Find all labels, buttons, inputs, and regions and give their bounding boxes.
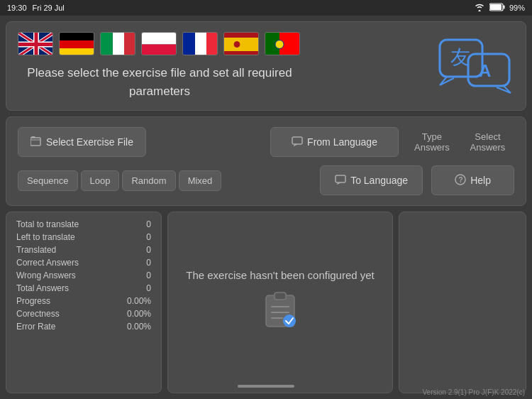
version-text: Version 2.9(1) Pro J(F)K 2022(c) [423,388,526,396]
stats-panel: Total to translate 0 Left to translate 0… [6,212,162,393]
stat-value: 0 [146,245,151,255]
middle-row1: Select Exercise File From Language Type … [18,127,514,157]
flag-it [100,32,135,55]
sequence-button[interactable]: Sequence [18,170,78,191]
welcome-text: Please select the exercise file and set … [18,64,301,100]
svg-rect-27 [336,175,345,182]
select-file-button[interactable]: Select Exercise File [18,127,146,157]
exercise-panel: The exercise hasn't been configured yet [167,212,393,393]
svg-rect-25 [31,138,40,146]
status-time: 19:30 [7,4,27,12]
mixed-button[interactable]: Mixed [179,170,222,191]
file-icon [31,136,42,148]
flags-and-text: Please select the exercise file and set … [18,32,301,100]
battery-percent: 99% [509,4,525,12]
answer-type-group: Type Answers Select Answers [407,129,514,155]
translate-icon: 友 A [436,34,514,98]
lang-icon [292,136,303,148]
stat-label: Corectness [16,309,60,319]
svg-rect-10 [142,33,177,45]
stat-label: Correct Answers [16,258,79,268]
svg-rect-9 [124,33,135,55]
flag-es [223,32,259,55]
flag-fr [182,32,218,55]
stat-row: Progress 0.00% [16,296,151,306]
stat-row: Total to translate 0 [16,219,151,229]
svg-rect-11 [142,45,177,56]
svg-rect-5 [60,40,94,48]
bottom-panel: Total to translate 0 Left to translate 0… [6,212,526,393]
wifi-icon [474,3,485,13]
stat-value: 0 [146,283,151,293]
svg-rect-13 [195,33,206,55]
svg-point-35 [283,315,296,327]
svg-rect-4 [60,33,94,40]
exercise-message: The exercise hasn't been configured yet [186,269,375,281]
stat-label: Translated [16,245,56,255]
stat-label: Error Rate [16,322,55,332]
scroll-indicator [238,385,294,388]
to-language-button[interactable]: To Language [320,165,423,195]
middle-panel: Select Exercise File From Language Type … [6,116,526,206]
svg-rect-2 [503,6,504,9]
flags-row [18,32,301,55]
svg-rect-26 [292,137,302,144]
stat-label: Wrong Answers [16,270,76,280]
svg-rect-7 [101,33,113,55]
stat-value: 0 [146,270,151,280]
stat-row: Left to translate 0 [16,232,151,242]
flag-pt [265,32,300,55]
flag-uk [18,32,53,55]
svg-rect-16 [224,38,259,51]
stat-value: 0.00% [127,296,151,306]
stat-label: Left to translate [16,232,75,242]
stat-row: Error Rate 0.00% [16,322,151,332]
svg-rect-12 [183,33,195,55]
extra-panel [399,212,526,393]
flag-de [59,32,94,55]
status-bar: 19:30 Fri 29 Jul 99% [0,0,532,16]
help-button[interactable]: ? Help [431,165,514,195]
svg-point-17 [234,42,240,48]
from-language-button[interactable]: From Language [270,127,399,157]
battery-icon [489,3,505,13]
svg-rect-6 [60,48,94,55]
svg-point-20 [275,40,284,49]
select-answers-button[interactable]: Select Answers [461,129,514,155]
help-icon: ? [455,174,466,187]
stat-value: 0 [146,219,151,229]
random-button[interactable]: Random [122,170,175,191]
middle-row2: Sequence Loop Random Mixed To Language [18,165,514,195]
stat-row: Translated 0 [16,245,151,255]
stat-value: 0 [146,258,151,268]
svg-text:A: A [479,61,491,80]
stat-value: 0.00% [127,322,151,332]
loop-button[interactable]: Loop [81,170,120,191]
svg-rect-31 [275,293,286,300]
svg-rect-8 [113,33,124,55]
stat-label: Total to translate [16,219,79,229]
stat-label: Total Answers [16,283,69,293]
status-date: Fri 29 Jul [33,4,65,12]
stat-row: Wrong Answers 0 [16,270,151,280]
svg-rect-1 [490,4,501,10]
stat-label: Progress [16,296,50,306]
stat-row: Total Answers 0 [16,283,151,293]
sequence-group: Sequence Loop Random Mixed [18,170,221,191]
stat-value: 0.00% [127,309,151,319]
type-answers-button[interactable]: Type Answers [407,129,457,155]
stat-value: 0 [146,232,151,242]
top-panel: Please select the exercise file and set … [6,21,526,111]
lang-to-icon [335,175,346,187]
clipboard-icon [262,290,298,337]
stat-row: Corectness 0.00% [16,309,151,319]
svg-rect-14 [206,33,218,55]
stat-row: Correct Answers 0 [16,258,151,268]
main-container: Please select the exercise file and set … [0,16,532,399]
svg-text:?: ? [459,176,463,184]
flag-pl [141,32,177,55]
